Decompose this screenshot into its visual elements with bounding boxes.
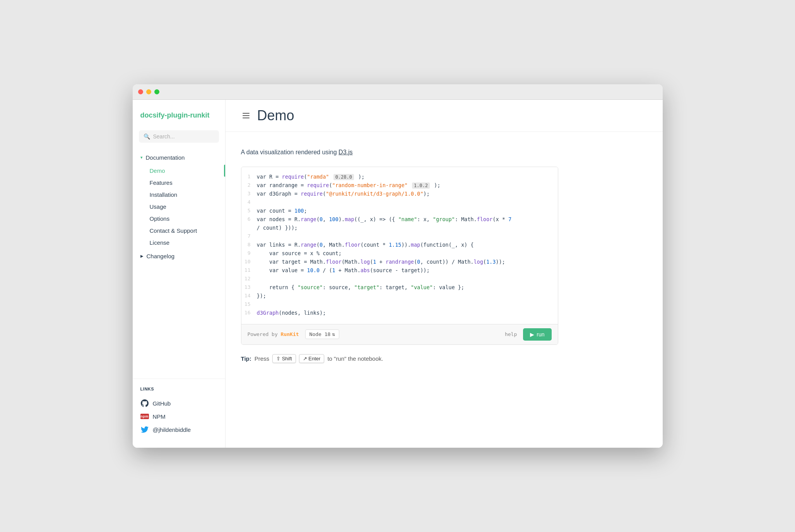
content-area: Demo A data visualization rendered using… [226, 100, 663, 448]
logo-link[interactable]: docsify-plugin-runkit [140, 111, 210, 119]
tip-section: Tip: Press ⇧ Shift ↗ Enter to "run" the … [241, 354, 558, 363]
code-line-2: 2 var randrange = require("random-number… [241, 182, 558, 190]
traffic-lights [138, 89, 159, 94]
code-line-8: 8 var links = R.range(0, Math.floor(coun… [241, 241, 558, 250]
hamburger-icon-3 [243, 118, 250, 118]
run-label: run [537, 331, 544, 338]
sidebar-item-usage[interactable]: Usage [133, 201, 225, 213]
hamburger-button[interactable] [241, 111, 251, 120]
sidebar-logo[interactable]: docsify-plugin-runkit [133, 111, 225, 130]
hamburger-icon [243, 113, 250, 114]
chevron-right-icon: ▸ [140, 252, 144, 259]
chevron-down-icon: ▾ [140, 155, 143, 160]
sidebar-item-contact-support[interactable]: Contact & Support [133, 225, 225, 237]
powered-by-label: Powered by RunKit [248, 331, 299, 337]
sidebar-links: LINKS GitHub npm NPM [133, 379, 225, 440]
twitter-icon [140, 425, 149, 434]
runkit-footer: Powered by RunKit Node 18 ⇅ help ▶ run [241, 324, 558, 344]
nav-section-documentation[interactable]: ▾ Documentation [133, 152, 225, 163]
code-line-1: 1 var R = require("ramda" 0.28.0 ); [241, 173, 558, 182]
app-body: docsify-plugin-runkit 🔍 Search... ▾ Docu… [133, 100, 663, 448]
code-block: 1 var R = require("ramda" 0.28.0 ); 2 va… [241, 167, 558, 345]
enter-key: ↗ Enter [299, 354, 325, 363]
code-line-14: 14 }); [241, 292, 558, 301]
sidebar: docsify-plugin-runkit 🔍 Search... ▾ Docu… [133, 100, 226, 448]
help-link[interactable]: help [505, 331, 517, 337]
sidebar-item-options[interactable]: Options [133, 213, 225, 225]
run-icon: ▶ [530, 331, 534, 338]
code-line-15: 15 [241, 301, 558, 309]
search-placeholder: Search... [153, 133, 175, 140]
tip-suffix-text: to "run" the notebook. [327, 355, 383, 362]
description: A data visualization rendered using D3.j… [241, 147, 558, 157]
link-npm-label: NPM [153, 413, 166, 420]
code-line-3: 3 var d3Graph = require("@runkit/runkit/… [241, 190, 558, 199]
hamburger-icon-2 [243, 115, 250, 116]
chevron-up-down-icon: ⇅ [332, 331, 335, 337]
tip-press-text: Press [255, 355, 269, 362]
nav-section-documentation-label: Documentation [146, 154, 185, 161]
link-twitter[interactable]: @jhildenbiddle [140, 423, 217, 436]
sidebar-item-license[interactable]: License [133, 237, 225, 249]
search-box[interactable]: 🔍 Search... [139, 130, 219, 143]
link-twitter-label: @jhildenbiddle [153, 426, 191, 433]
code-line-6: 6 var nodes = R.range(0, 100).map((_, x)… [241, 216, 558, 224]
shift-key: ⇧ Shift [272, 354, 296, 363]
npm-icon: npm [140, 412, 149, 421]
search-icon: 🔍 [144, 133, 150, 140]
link-github[interactable]: GitHub [140, 397, 217, 410]
main-content: A data visualization rendered using D3.j… [226, 132, 574, 379]
code-area[interactable]: 1 var R = require("ramda" 0.28.0 ); 2 va… [241, 167, 558, 324]
maximize-button[interactable] [154, 89, 159, 94]
links-header: LINKS [140, 387, 217, 391]
code-line-13: 13 return { "source": source, "target": … [241, 284, 558, 292]
minimize-button[interactable] [146, 89, 151, 94]
sidebar-item-installation[interactable]: Installation [133, 189, 225, 201]
code-line-12: 12 [241, 275, 558, 284]
sidebar-item-features[interactable]: Features [133, 177, 225, 189]
github-icon [140, 399, 149, 408]
nav-section-changelog[interactable]: ▸ Changelog [133, 250, 225, 262]
tip-label: Tip: [241, 355, 251, 362]
code-line-5: 5 var count = 100; [241, 207, 558, 216]
code-line-9: 9 var source = x % count; [241, 250, 558, 258]
titlebar [133, 84, 663, 100]
node-version-selector[interactable]: Node 18 ⇅ [305, 329, 340, 339]
nav-section-changelog-label: Changelog [147, 253, 175, 259]
code-line-11: 11 var value = 10.0 / (1 + Math.abs(sour… [241, 267, 558, 275]
close-button[interactable] [138, 89, 143, 94]
topbar: Demo [226, 100, 663, 132]
sidebar-search[interactable]: 🔍 Search... [133, 130, 225, 152]
link-npm[interactable]: npm NPM [140, 410, 217, 423]
code-line-7b: 7 [241, 233, 558, 241]
code-line-4: 4 [241, 199, 558, 207]
page-title: Demo [257, 107, 294, 124]
app-window: docsify-plugin-runkit 🔍 Search... ▾ Docu… [133, 84, 663, 448]
run-button[interactable]: ▶ run [523, 328, 551, 341]
nav-items-documentation: Demo Features Installation Usage Options [133, 165, 225, 249]
sidebar-nav: ▾ Documentation Demo Features Installati… [133, 152, 225, 375]
sidebar-item-demo[interactable]: Demo [133, 165, 225, 177]
link-github-label: GitHub [153, 400, 171, 407]
code-line-10: 10 var target = Math.floor(Math.log(1 + … [241, 258, 558, 267]
code-line-16: 16 d3Graph(nodes, links); [241, 309, 558, 318]
d3js-link[interactable]: D3.js [339, 149, 352, 155]
code-line-7a: / count) })); [241, 224, 558, 233]
